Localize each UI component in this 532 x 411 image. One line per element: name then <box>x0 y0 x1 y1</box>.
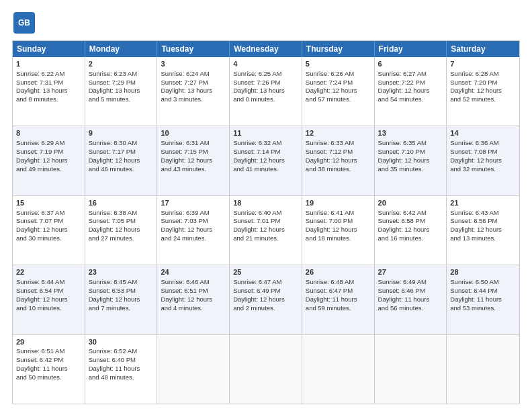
day-info: Sunrise: 6:47 AM <box>233 278 298 287</box>
day-info: Sunset: 7:24 PM <box>306 79 371 87</box>
day-info: Daylight: 12 hours <box>450 156 516 165</box>
day-info: Daylight: 12 hours <box>378 87 443 95</box>
day-number: 11 <box>233 128 298 138</box>
day-info: Daylight: 11 hours <box>378 295 443 304</box>
calendar-cell: 3Sunrise: 6:24 AMSunset: 7:27 PMDaylight… <box>157 57 230 126</box>
day-info: Sunrise: 6:46 AM <box>161 278 226 287</box>
day-info: Sunset: 7:01 PM <box>233 217 298 226</box>
day-number: 2 <box>89 59 154 69</box>
page: GB SundayMondayTuesdayWednesdayThursdayF… <box>0 0 532 411</box>
calendar-cell: 16Sunrise: 6:38 AMSunset: 7:05 PMDayligh… <box>85 196 158 265</box>
day-number: 20 <box>378 198 443 208</box>
day-number: 28 <box>450 267 516 277</box>
day-number: 3 <box>161 59 226 69</box>
day-number: 29 <box>16 337 81 347</box>
day-info: Sunset: 6:58 PM <box>378 217 443 226</box>
day-info: Sunrise: 6:23 AM <box>89 70 154 79</box>
day-info: Sunset: 6:56 PM <box>450 217 516 226</box>
day-info: and 10 minutes. <box>16 304 81 313</box>
day-info: and 13 minutes. <box>450 234 516 243</box>
calendar-cell: 26Sunrise: 6:48 AMSunset: 6:47 PMDayligh… <box>302 265 375 334</box>
day-info: Daylight: 12 hours <box>89 226 154 234</box>
weekday-header: Tuesday <box>157 41 230 57</box>
day-number: 16 <box>89 198 154 208</box>
svg-text:GB: GB <box>18 18 30 28</box>
calendar-cell: 25Sunrise: 6:47 AMSunset: 6:49 PMDayligh… <box>230 265 302 334</box>
day-info: Daylight: 12 hours <box>450 226 516 234</box>
day-info: and 53 minutes. <box>450 304 516 313</box>
day-info: Daylight: 12 hours <box>233 295 298 304</box>
calendar: SundayMondayTuesdayWednesdayThursdayFrid… <box>12 40 520 404</box>
day-info: Daylight: 12 hours <box>161 156 226 165</box>
day-info: Sunset: 6:49 PM <box>233 287 298 295</box>
calendar-cell: 4Sunrise: 6:25 AMSunset: 7:26 PMDaylight… <box>230 57 302 126</box>
day-info: Sunset: 7:20 PM <box>450 79 516 87</box>
day-info: Daylight: 12 hours <box>306 156 371 165</box>
calendar-week-row: 8Sunrise: 6:29 AMSunset: 7:19 PMDaylight… <box>13 126 519 195</box>
day-info: and 38 minutes. <box>306 165 371 174</box>
day-info: Sunrise: 6:33 AM <box>306 139 371 148</box>
day-info: and 0 minutes. <box>233 95 298 104</box>
day-info: Sunset: 7:31 PM <box>16 79 81 87</box>
day-info: Sunset: 7:26 PM <box>233 79 298 87</box>
day-info: Sunset: 7:00 PM <box>306 217 371 226</box>
day-info: Daylight: 12 hours <box>378 226 443 234</box>
day-info: Sunrise: 6:29 AM <box>16 139 81 148</box>
day-info: Sunrise: 6:41 AM <box>306 209 371 218</box>
day-info: Sunrise: 6:38 AM <box>89 209 154 218</box>
day-info: Sunrise: 6:43 AM <box>450 209 516 218</box>
day-info: Daylight: 12 hours <box>16 295 81 304</box>
day-number: 4 <box>233 59 298 69</box>
day-info: Sunrise: 6:44 AM <box>16 278 81 287</box>
day-info: Daylight: 12 hours <box>233 156 298 165</box>
day-info: Sunrise: 6:48 AM <box>306 278 371 287</box>
day-info: and 27 minutes. <box>89 234 154 243</box>
calendar-cell: 24Sunrise: 6:46 AMSunset: 6:51 PMDayligh… <box>157 265 230 334</box>
header: GB <box>12 11 520 35</box>
calendar-week-row: 29Sunrise: 6:51 AMSunset: 6:42 PMDayligh… <box>13 334 519 404</box>
day-info: and 48 minutes. <box>89 373 154 382</box>
calendar-cell: 7Sunrise: 6:28 AMSunset: 7:20 PMDaylight… <box>447 57 519 126</box>
calendar-cell: 17Sunrise: 6:39 AMSunset: 7:03 PMDayligh… <box>157 196 230 265</box>
day-number: 24 <box>161 267 226 277</box>
day-info: Daylight: 12 hours <box>161 295 226 304</box>
day-info: and 2 minutes. <box>233 304 298 313</box>
day-info: and 54 minutes. <box>378 95 443 104</box>
day-info: and 5 minutes. <box>89 95 154 104</box>
day-info: Daylight: 11 hours <box>89 365 154 373</box>
day-info: Sunrise: 6:45 AM <box>89 278 154 287</box>
calendar-cell: 8Sunrise: 6:29 AMSunset: 7:19 PMDaylight… <box>13 126 85 195</box>
day-info: and 56 minutes. <box>378 304 443 313</box>
calendar-header: SundayMondayTuesdayWednesdayThursdayFrid… <box>13 41 519 57</box>
day-info: Sunset: 7:05 PM <box>89 217 154 226</box>
day-number: 19 <box>306 198 371 208</box>
day-info: Daylight: 11 hours <box>450 295 516 304</box>
calendar-cell: 15Sunrise: 6:37 AMSunset: 7:07 PMDayligh… <box>13 196 85 265</box>
calendar-cell <box>157 335 230 404</box>
day-number: 15 <box>16 198 81 208</box>
weekday-header: Monday <box>85 41 158 57</box>
day-info: and 30 minutes. <box>16 234 81 243</box>
day-info: Daylight: 12 hours <box>89 295 154 304</box>
day-info: Daylight: 12 hours <box>450 87 516 95</box>
calendar-week-row: 15Sunrise: 6:37 AMSunset: 7:07 PMDayligh… <box>13 195 519 265</box>
day-number: 27 <box>378 267 443 277</box>
day-number: 21 <box>450 198 516 208</box>
weekday-header: Thursday <box>302 41 375 57</box>
day-number: 12 <box>306 128 371 138</box>
day-info: Daylight: 12 hours <box>233 226 298 234</box>
calendar-cell: 29Sunrise: 6:51 AMSunset: 6:42 PMDayligh… <box>13 335 85 404</box>
day-info: Sunset: 7:03 PM <box>161 217 226 226</box>
day-number: 1 <box>16 59 81 69</box>
day-info: Daylight: 13 hours <box>16 87 81 95</box>
calendar-body: 1Sunrise: 6:22 AMSunset: 7:31 PMDaylight… <box>13 57 519 404</box>
logo: GB <box>12 11 39 35</box>
day-info: and 43 minutes. <box>161 165 226 174</box>
calendar-cell: 10Sunrise: 6:31 AMSunset: 7:15 PMDayligh… <box>157 126 230 195</box>
day-number: 7 <box>450 59 516 69</box>
day-info: and 21 minutes. <box>233 234 298 243</box>
day-number: 23 <box>89 267 154 277</box>
day-info: and 7 minutes. <box>89 304 154 313</box>
day-info: Sunset: 7:29 PM <box>89 79 154 87</box>
calendar-cell: 28Sunrise: 6:50 AMSunset: 6:44 PMDayligh… <box>447 265 519 334</box>
